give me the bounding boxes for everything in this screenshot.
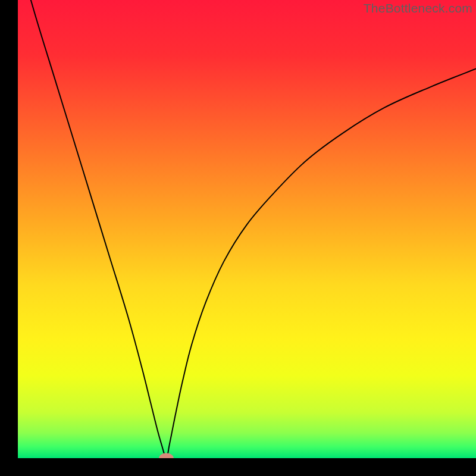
bottleneck-chart <box>18 0 476 458</box>
watermark-text: TheBottleneck.com <box>364 1 472 15</box>
chart-frame <box>18 0 476 458</box>
gradient-background <box>18 0 476 458</box>
